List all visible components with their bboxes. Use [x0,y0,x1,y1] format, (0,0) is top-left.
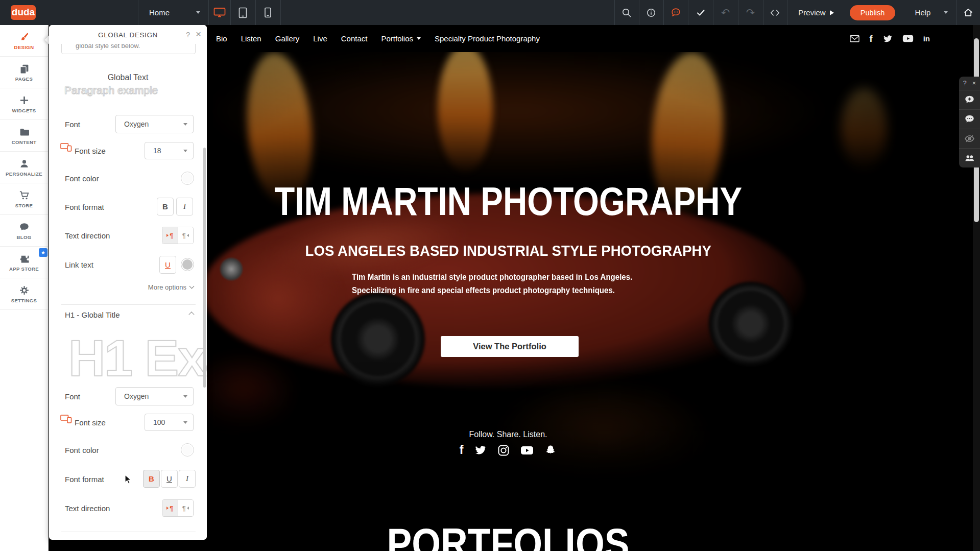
page-selector[interactable]: Home [141,0,208,25]
chevron-down-icon [189,284,195,289]
h1-font-size-value: 100 [153,418,165,426]
feedback-chat-icon[interactable] [663,0,688,25]
h1-ltr-button[interactable]: ¶ [162,500,178,516]
toolbar-close-icon[interactable]: × [972,80,976,87]
comments-button[interactable] [959,109,980,129]
sidebar-label: APP STORE [9,266,39,272]
person-icon [19,158,30,169]
hide-comments-button[interactable] [959,129,980,148]
help-menu[interactable]: Help [907,0,956,25]
nav-item-listen[interactable]: Listen [241,34,261,43]
chevron-down-icon [183,123,187,126]
font-color-swatch[interactable] [181,172,194,185]
save-check-icon[interactable] [688,0,713,25]
divider [138,0,138,25]
h1-font-color-label: Font color [65,446,99,454]
link-text-label: Link text [65,260,93,269]
chevron-down-icon [944,11,948,14]
nav-item-live[interactable]: Live [313,34,327,43]
sidebar-item-pages[interactable]: PAGES [0,57,48,88]
sidebar-item-settings[interactable]: SETTINGS [0,278,48,310]
sidebar-item-widgets[interactable]: WIDGETS [0,88,48,120]
sidebar-item-store[interactable]: STORE [0,183,48,215]
add-comment-button[interactable] [959,90,980,109]
nav-item-portfolios[interactable]: Portfolios [381,34,421,43]
nav-item-contact[interactable]: Contact [341,34,368,43]
publish-button[interactable]: Publish [850,5,895,20]
nav-item-specialty[interactable]: Specialty Product Photography [435,34,540,43]
toolbar-header: ? × [959,77,980,90]
undo-icon[interactable]: ↶ [713,0,738,25]
font-size-select[interactable]: 18 [145,142,194,159]
dev-mode-icon[interactable] [763,0,787,25]
dashboard-home-icon[interactable] [956,0,980,25]
twitter-icon[interactable] [882,34,893,44]
panel-help-icon[interactable]: ? [186,31,190,39]
top-toolbar: duda Home ↶ ↷ Preview Publish [0,0,980,25]
sidebar-item-content[interactable]: CONTENT [0,120,48,152]
collaborators-button[interactable] [959,148,980,167]
nav-item-bio[interactable]: Bio [216,34,227,43]
link-color-swatch[interactable] [181,258,194,271]
font-color-label: Font color [65,174,99,183]
email-icon[interactable] [850,34,859,43]
h1-text-direction-toggle: ¶ ¶ [162,499,194,517]
instagram-icon[interactable] [497,444,510,457]
info-icon[interactable] [639,0,663,25]
sidebar-item-app-store[interactable]: APP STORE ★ [0,247,48,278]
h1-font-size-select[interactable]: 100 [145,414,194,431]
more-options-link[interactable]: More options [148,283,194,291]
font-select[interactable]: Oxygen [115,115,194,133]
chat-bubble-icon [19,222,30,232]
twitter-icon[interactable] [474,444,487,457]
h1-font-format-label: Font format [65,475,104,484]
youtube-icon[interactable] [902,34,914,43]
h1-text-direction-label: Text direction [65,504,110,513]
link-underline-button[interactable]: U [159,256,176,274]
sidebar-item-blog[interactable]: BLOG [0,215,48,247]
sidebar-item-personalize[interactable]: PERSONALIZE [0,152,48,183]
section-divider [61,532,196,532]
hero-description: Tim Martin is an industrial style produc… [352,271,693,297]
ltr-button[interactable]: ¶ [162,227,178,244]
h1-font-select[interactable]: Oxygen [115,387,194,405]
desktop-view-button[interactable] [208,0,230,25]
rtl-button[interactable]: ¶ [178,227,194,244]
sidebar-label: SETTINGS [11,298,37,303]
collapse-chevron-icon[interactable] [188,312,194,317]
font-label: Font [65,120,80,129]
sidebar-item-design[interactable]: DESIGN [0,25,48,57]
h1-section-heading: H1 - Global Title [65,310,120,319]
toolbar-help-icon[interactable]: ? [963,80,967,87]
puzzle-icon [19,253,30,264]
bold-button[interactable]: B [157,198,174,215]
panel-scrollbar-thumb[interactable] [203,148,206,388]
italic-button[interactable]: I [176,198,193,215]
youtube-icon[interactable] [520,445,534,456]
facebook-icon[interactable]: f [869,33,872,44]
nav-item-gallery[interactable]: Gallery [275,34,300,43]
h1-font-color-swatch[interactable] [181,443,194,457]
help-label: Help [915,8,931,17]
h1-font-label: Font [65,392,80,401]
view-portfolio-button[interactable]: View The Portfolio [441,336,579,357]
h1-italic-button[interactable]: I [179,470,196,488]
sidebar-label: WIDGETS [12,108,36,113]
h1-rtl-button[interactable]: ¶ [178,500,194,516]
h1-underline-button[interactable]: U [161,470,178,488]
preview-button[interactable]: Preview [791,0,842,25]
text-direction-label: Text direction [65,231,110,240]
panel-close-icon[interactable]: × [196,29,201,40]
search-icon[interactable] [614,0,639,25]
linkedin-icon[interactable]: in [923,34,930,43]
snapchat-icon[interactable] [544,444,557,457]
h1-bold-button[interactable]: B [143,470,160,488]
mobile-view-button[interactable] [255,0,280,25]
redo-icon[interactable]: ↷ [738,0,763,25]
chevron-down-icon [417,37,421,40]
facebook-icon[interactable]: f [460,443,464,457]
duda-logo[interactable]: duda [11,5,36,20]
tablet-view-button[interactable] [230,0,255,25]
site-header-socials: f in [850,25,930,52]
h1-font-size-label: Font size [75,418,106,427]
